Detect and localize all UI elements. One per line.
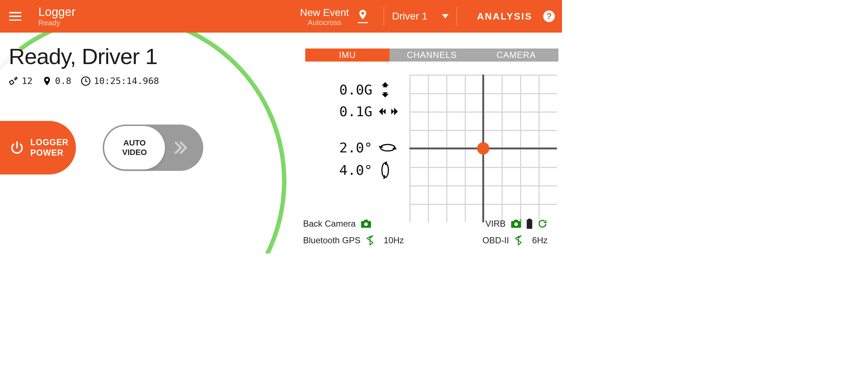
svg-point-7 (514, 222, 518, 226)
top-bar: Logger Ready New Event Autocross Driver … (0, 0, 562, 33)
app-title: Logger (38, 6, 76, 18)
right-tabs: IMU CHANNELS CAMERA (305, 49, 558, 62)
hamburger-icon (9, 12, 21, 21)
status-obd: OBD-II 6Hz (429, 235, 555, 245)
tab-camera[interactable]: CAMERA (474, 49, 558, 62)
app-name-block: Logger Ready (38, 6, 76, 27)
left-panel: Ready, Driver 1 12 0.8 10:25:14.968 (0, 33, 272, 253)
status-back-camera: Back Camera (303, 219, 429, 229)
bluetooth-icon (514, 235, 523, 245)
stat-gps-accuracy: 0.8 (42, 76, 71, 86)
camera-icon (361, 219, 371, 228)
svg-point-5 (382, 163, 388, 177)
location-pin-icon (358, 10, 368, 21)
power-icon (9, 140, 25, 155)
event-selector[interactable]: New Event Autocross (300, 7, 349, 26)
app-status: Ready (38, 18, 76, 27)
svg-point-6 (364, 222, 368, 226)
chevron-down-icon (442, 14, 448, 18)
status-row: Back Camera VIRB Bluetooth GPS 10Hz (303, 219, 555, 245)
readout-pitch: 2.0° (339, 140, 398, 156)
readout-lat-g: 0.1G (339, 104, 398, 119)
clock-value: 10:25:14.968 (94, 76, 159, 86)
sync-icon (537, 219, 548, 229)
help-button[interactable]: ? (542, 10, 556, 23)
help-icon: ? (543, 10, 555, 22)
svg-point-4 (380, 144, 395, 151)
svg-rect-2 (9, 80, 14, 85)
ready-title: Ready, Driver 1 (9, 43, 272, 69)
g-force-plot (409, 75, 557, 222)
readout-roll: 4.0° (339, 161, 398, 179)
stat-clock: 10:25:14.968 (81, 76, 159, 86)
location-pin-button[interactable] (356, 10, 370, 23)
auto-video-knob: AUTO VIDEO (104, 126, 165, 169)
tab-imu[interactable]: IMU (305, 49, 390, 62)
driver-dropdown[interactable]: Driver 1 (390, 10, 451, 22)
lateral-icon (379, 106, 398, 117)
logger-power-label: LOGGER POWER (30, 137, 69, 158)
obd-rate: 6Hz (532, 235, 548, 245)
gps-accuracy: 0.8 (55, 76, 71, 86)
roll-icon (379, 161, 391, 179)
battery-icon (527, 219, 532, 229)
g-force-dot (477, 142, 489, 155)
stats-row: 12 0.8 10:25:14.968 (9, 76, 272, 86)
bluetooth-icon (366, 235, 374, 245)
bt-gps-rate: 10Hz (384, 235, 404, 245)
status-virb: VIRB (429, 219, 555, 229)
event-title: New Event (300, 7, 349, 18)
driver-label: Driver 1 (392, 10, 427, 22)
status-bt-gps: Bluetooth GPS 10Hz (303, 235, 429, 245)
svg-text:?: ? (546, 11, 552, 21)
svg-rect-8 (527, 220, 532, 229)
double-chevron-right-icon (171, 139, 189, 156)
menu-button[interactable] (7, 8, 24, 25)
satellite-icon (9, 76, 19, 86)
stat-satellites: 12 (9, 76, 33, 86)
camera-icon (511, 219, 522, 228)
svg-rect-9 (528, 219, 531, 220)
event-type: Autocross (300, 18, 349, 26)
analysis-button[interactable]: ANALYSIS (477, 11, 532, 22)
logger-power-button[interactable]: LOGGER POWER (0, 121, 76, 175)
gps-pin-icon (42, 76, 52, 86)
tab-channels[interactable]: CHANNELS (390, 49, 474, 62)
readout-long-g: 0.0G (339, 82, 398, 98)
pitch-icon (379, 142, 396, 153)
clock-icon (81, 76, 91, 86)
sat-count: 12 (22, 76, 33, 86)
auto-video-toggle[interactable]: AUTO VIDEO (103, 125, 203, 171)
imu-readouts: 0.0G 0.1G 2.0° (305, 75, 398, 222)
longitudinal-icon (379, 82, 391, 97)
